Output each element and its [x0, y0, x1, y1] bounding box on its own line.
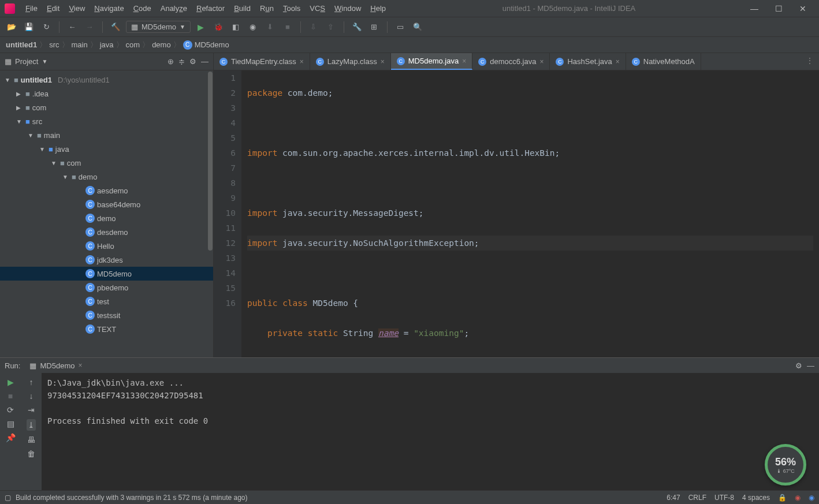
tree-item[interactable]: Hello — [0, 239, 213, 253]
build-icon[interactable]: 🔨 — [109, 20, 122, 34]
project-tree[interactable]: ▼■ untitled1 D:\yos\untitled1 ▶■.idea ▶■… — [0, 70, 213, 357]
run-button[interactable]: ▶ — [194, 20, 208, 34]
menu-tools[interactable]: Tools — [278, 4, 305, 13]
wrap-icon[interactable]: ⇥ — [28, 405, 35, 415]
hide-run-icon[interactable]: — — [807, 361, 814, 370]
structure-icon[interactable]: ⊞ — [367, 20, 381, 34]
menu-run[interactable]: Run — [255, 4, 278, 13]
close-icon[interactable]: × — [462, 57, 466, 65]
back-icon[interactable]: ← — [65, 20, 79, 34]
trash-icon[interactable]: 🗑 — [27, 449, 35, 458]
layout-icon[interactable]: ▤ — [7, 419, 14, 428]
tree-item[interactable]: base64demo — [0, 197, 213, 211]
save-icon[interactable]: 💾 — [22, 20, 36, 34]
menu-analyze[interactable]: Analyze — [156, 4, 192, 13]
search-icon[interactable]: 🔍 — [411, 20, 425, 34]
profile-button[interactable]: ◉ — [246, 20, 260, 34]
tree-item[interactable]: ▼■com — [0, 156, 213, 170]
cursor-position[interactable]: 6:47 — [667, 494, 680, 502]
tabs-dropdown-icon[interactable]: ⋮ — [801, 53, 819, 70]
cpu-widget[interactable]: 56% 🌡 67°C — [765, 444, 806, 486]
notif-icon2[interactable]: ◉ — [809, 494, 814, 502]
menu-edit[interactable]: Edit — [42, 4, 64, 13]
menu-file[interactable]: File — [21, 4, 42, 13]
encoding[interactable]: UTF-8 — [714, 494, 734, 502]
crumb-com[interactable]: com — [126, 40, 140, 49]
select-opened-icon[interactable]: ⊕ — [167, 57, 174, 66]
menu-view[interactable]: View — [64, 4, 90, 13]
tree-item[interactable]: ▶■com — [0, 100, 213, 114]
scroll-icon[interactable]: ⤓ — [27, 419, 36, 431]
close-icon[interactable]: × — [381, 58, 385, 66]
tree-root[interactable]: ▼■ untitled1 D:\yos\untitled1 — [0, 73, 213, 87]
settings-icon[interactable]: 🔧 — [350, 20, 364, 34]
close-icon[interactable]: × — [78, 361, 82, 369]
tree-item[interactable]: ▼■main — [0, 128, 213, 142]
collapse-icon[interactable]: ≑ — [178, 57, 185, 66]
tree-item[interactable]: ▼■src — [0, 114, 213, 128]
tree-item[interactable]: test — [0, 294, 213, 308]
run-tab[interactable]: ▦ MD5demo × — [25, 361, 87, 370]
tab[interactable]: CLazyMap.class× — [310, 53, 391, 70]
tree-item[interactable]: testssit — [0, 308, 213, 322]
crumb-main[interactable]: main — [72, 40, 88, 49]
menu-navigate[interactable]: Navigate — [90, 4, 128, 13]
chevron-down-icon[interactable]: ▼ — [42, 58, 47, 65]
indent[interactable]: 4 spaces — [742, 494, 770, 502]
git-pull-icon[interactable]: ⇩ — [307, 20, 321, 34]
tab[interactable]: CNativeMethodA — [626, 53, 701, 70]
tree-item-selected[interactable]: MD5demo — [0, 267, 213, 281]
code-editor[interactable]: 1234567 ▶8 9 ▶10 111213141516 package co… — [214, 70, 819, 357]
tree-item[interactable]: ▼■java — [0, 142, 213, 156]
menu-window[interactable]: Window — [330, 4, 366, 13]
scrollbar-thumb[interactable] — [208, 72, 213, 251]
debug-button[interactable]: 🐞 — [211, 20, 225, 34]
tab[interactable]: Cdemocc6.java× — [472, 53, 550, 70]
refresh-icon[interactable]: ↻ — [39, 20, 53, 34]
tab-active[interactable]: CMD5demo.java× — [391, 53, 472, 70]
restart-icon[interactable]: ⟳ — [7, 405, 14, 415]
crumb-src[interactable]: src — [49, 40, 59, 49]
tree-item[interactable]: TEXT — [0, 322, 213, 336]
notif-icon[interactable]: ◉ — [795, 494, 801, 502]
tab[interactable]: CHashSet.java× — [550, 53, 626, 70]
tree-item[interactable]: desdemo — [0, 225, 213, 239]
close-icon[interactable]: × — [300, 58, 304, 66]
crumb-file[interactable]: MD5demo — [195, 40, 229, 49]
menu-refactor[interactable]: Refactor — [192, 4, 229, 13]
tree-item[interactable]: pbedemo — [0, 281, 213, 294]
menu-vcs[interactable]: VCS — [305, 4, 330, 13]
tree-item[interactable]: demo — [0, 211, 213, 225]
tab[interactable]: CTiedMapEntry.class× — [214, 53, 310, 70]
run-settings-icon[interactable]: ⚙ — [795, 361, 802, 370]
tree-item[interactable]: aesdemo — [0, 184, 213, 197]
crumb-demo[interactable]: demo — [152, 40, 171, 49]
stop-button[interactable]: ■ — [281, 20, 295, 34]
hide-panel-icon[interactable]: — — [201, 57, 209, 66]
close-button[interactable]: ✕ — [796, 4, 810, 13]
up-icon[interactable]: ↑ — [29, 378, 33, 387]
run-output[interactable]: D:\Java_jdk\bin\java.exe ... 97304531204… — [42, 373, 819, 490]
panel-settings-icon[interactable]: ⚙ — [189, 57, 196, 66]
print-icon[interactable]: 🖶 — [27, 435, 35, 445]
attach-button[interactable]: ⬇ — [263, 20, 277, 34]
toolwindow-icon[interactable]: ▢ — [5, 494, 11, 502]
close-icon[interactable]: × — [616, 58, 620, 66]
project-panel-title[interactable]: Project — [15, 57, 38, 66]
maximize-button[interactable]: ☐ — [772, 4, 786, 13]
menu-build[interactable]: Build — [229, 4, 255, 13]
git-push-icon[interactable]: ⇧ — [324, 20, 338, 34]
menu-help[interactable]: Help — [366, 4, 390, 13]
open-file-icon[interactable]: 📂 — [5, 20, 18, 34]
tree-item[interactable]: ▼■demo — [0, 170, 213, 184]
pin-icon[interactable]: 📌 — [6, 433, 16, 442]
minimize-button[interactable]: — — [747, 4, 761, 13]
close-icon[interactable]: × — [539, 58, 543, 66]
lock-icon[interactable]: 🔒 — [778, 494, 787, 502]
menu-code[interactable]: Code — [129, 4, 156, 13]
tree-item[interactable]: jdk3des — [0, 253, 213, 267]
line-separator[interactable]: CRLF — [688, 494, 706, 502]
stop-icon[interactable]: ■ — [8, 391, 13, 401]
run-config-selector[interactable]: ▦ MD5demo ▼ — [126, 21, 191, 33]
coverage-button[interactable]: ◧ — [229, 20, 243, 34]
